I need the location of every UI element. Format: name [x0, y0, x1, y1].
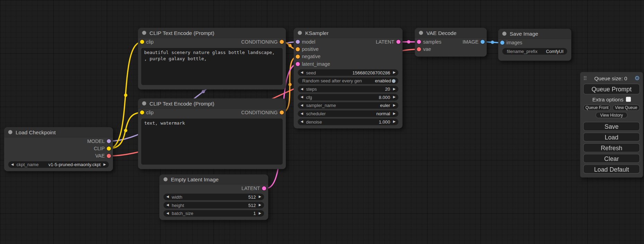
decrement-arrow-icon[interactable] — [301, 96, 303, 99]
increment-arrow-icon[interactable] — [393, 88, 395, 91]
increment-arrow-icon[interactable] — [259, 212, 261, 215]
collapse-toggle-icon[interactable] — [298, 31, 302, 35]
collapse-toggle-icon[interactable] — [502, 31, 506, 36]
negative-input-pin[interactable] — [296, 55, 300, 59]
prev-value-arrow-icon[interactable] — [301, 104, 303, 107]
drag-handle-icon[interactable] — [583, 75, 587, 82]
increment-arrow-icon[interactable] — [393, 96, 395, 99]
increment-arrow-icon[interactable] — [393, 71, 395, 74]
slot-label-vae: VAE — [95, 153, 105, 159]
collapse-toggle-icon[interactable] — [142, 101, 146, 106]
positive-prompt-textarea[interactable]: beautiful scenery nature glass bottle la… — [141, 48, 283, 85]
node-vae-decode[interactable]: VAE Decode samples IMAGE vae — [415, 28, 486, 57]
save-button[interactable]: Save — [583, 122, 640, 131]
model-input-pin[interactable] — [296, 40, 300, 44]
conditioning-output-pin[interactable] — [280, 110, 284, 115]
slot-row: negative — [294, 53, 403, 60]
next-value-arrow-icon[interactable] — [393, 104, 395, 107]
widget-label: filename_prefix — [507, 49, 546, 54]
toggle-knob-icon[interactable] — [392, 79, 396, 83]
prev-value-arrow-icon[interactable] — [301, 112, 303, 115]
seed-widget[interactable]: seed 156680208700286 — [298, 69, 398, 76]
increment-arrow-icon[interactable] — [259, 195, 261, 198]
next-value-arrow-icon[interactable] — [104, 163, 106, 166]
decrement-arrow-icon[interactable] — [166, 204, 169, 207]
clip-input-pin[interactable] — [140, 40, 144, 44]
node-save-image[interactable]: Save Image images filename_prefix ComfyU… — [498, 29, 571, 61]
batch-size-widget[interactable]: batch_size 1 — [164, 210, 264, 217]
negative-prompt-textarea[interactable]: text, watermark — [141, 119, 283, 165]
random-seed-toggle-widget[interactable]: Random seed after every gen enabled — [298, 78, 398, 84]
widget-label: Random seed after every gen — [302, 78, 375, 83]
link-midpoint-dot — [124, 129, 127, 132]
increment-arrow-icon[interactable] — [259, 204, 261, 207]
widget-label: denoise — [306, 119, 379, 124]
collapse-toggle-icon[interactable] — [142, 31, 146, 35]
image-output-pin[interactable] — [480, 40, 485, 44]
queue-actions-row: Queue Front View Queue — [583, 105, 640, 111]
filename-prefix-widget[interactable]: filename_prefix ComfyUI — [502, 48, 567, 55]
node-empty-latent-image[interactable]: Empty Latent Image LATENT width 512 heig… — [159, 174, 268, 220]
sampler-name-widget[interactable]: sampler_name euler — [298, 102, 398, 109]
node-title-bar: Empty Latent Image — [159, 174, 268, 185]
decrement-arrow-icon[interactable] — [301, 71, 303, 74]
collapse-toggle-icon[interactable] — [164, 177, 168, 181]
node-title: Empty Latent Image — [171, 176, 219, 182]
height-widget[interactable]: height 512 — [164, 202, 264, 208]
queue-menu-panel: Queue size: 0 Queue Prompt Extra options… — [580, 72, 643, 178]
slot-label-vae: vae — [423, 46, 431, 52]
view-queue-button[interactable]: View Queue — [612, 105, 640, 111]
collapse-toggle-icon[interactable] — [419, 31, 423, 35]
node-clip-text-encode-positive[interactable]: CLIP Text Encode (Prompt) clip CONDITION… — [138, 28, 286, 90]
clip-output-pin[interactable] — [107, 146, 111, 151]
model-output-pin[interactable] — [107, 139, 111, 143]
slot-label-clip: clip — [146, 110, 153, 116]
queue-front-button[interactable]: Queue Front — [583, 105, 611, 111]
node-title: CLIP Text Encode (Prompt) — [150, 30, 214, 36]
refresh-button[interactable]: Refresh — [583, 143, 640, 152]
extra-options-checkbox[interactable] — [626, 97, 631, 102]
width-widget[interactable]: width 512 — [164, 194, 264, 200]
prev-value-arrow-icon[interactable] — [11, 163, 14, 166]
vae-output-pin[interactable] — [107, 154, 111, 158]
ckpt-name-widget[interactable]: ckpt_name v1-5-pruned-emaonly.ckpt — [8, 161, 109, 168]
decrement-arrow-icon[interactable] — [301, 88, 303, 91]
decrement-arrow-icon[interactable] — [166, 195, 169, 198]
widget-value: enabled — [375, 78, 391, 83]
samples-input-pin[interactable] — [417, 40, 421, 44]
slot-label-clip: CLIP — [94, 146, 105, 152]
denoise-widget[interactable]: denoise 1.000 — [298, 119, 398, 125]
widget-value: 8.000 — [379, 95, 390, 100]
steps-widget[interactable]: steps 20 — [298, 86, 398, 92]
node-title-bar: Load Checkpoint — [4, 127, 113, 138]
positive-input-pin[interactable] — [296, 47, 300, 51]
vae-input-pin[interactable] — [417, 47, 421, 51]
queue-prompt-button[interactable]: Queue Prompt — [583, 84, 640, 94]
slot-label-latent: LATENT — [241, 186, 260, 191]
increment-arrow-icon[interactable] — [393, 120, 395, 123]
decrement-arrow-icon[interactable] — [301, 120, 303, 123]
collapse-toggle-icon[interactable] — [8, 130, 12, 134]
latent-output-pin[interactable] — [396, 40, 400, 44]
clip-input-pin[interactable] — [140, 110, 144, 115]
next-value-arrow-icon[interactable] — [393, 112, 395, 115]
decrement-arrow-icon[interactable] — [166, 212, 169, 215]
node-ksampler[interactable]: KSampler model LATENT positive negative … — [294, 28, 403, 128]
widget-value: 1 — [253, 211, 256, 216]
settings-gear-icon[interactable] — [634, 75, 640, 82]
load-button[interactable]: Load — [583, 133, 640, 142]
latent-image-input-pin[interactable] — [296, 62, 300, 66]
widget-value: ComfyUI — [546, 49, 564, 54]
scheduler-widget[interactable]: scheduler normal — [298, 110, 398, 117]
clear-button[interactable]: Clear — [583, 154, 640, 163]
images-input-pin[interactable] — [500, 40, 504, 45]
node-canvas[interactable]: Load Checkpoint MODEL CLIP VAE ckpt_name… — [0, 0, 644, 244]
conditioning-output-pin[interactable] — [280, 40, 284, 44]
latent-output-pin[interactable] — [262, 186, 266, 190]
cfg-widget[interactable]: cfg 8.000 — [298, 94, 398, 101]
node-title-bar: Save Image — [498, 29, 571, 39]
view-history-button[interactable]: View History — [596, 112, 627, 118]
node-clip-text-encode-negative[interactable]: CLIP Text Encode (Prompt) clip CONDITION… — [138, 99, 286, 169]
node-load-checkpoint[interactable]: Load Checkpoint MODEL CLIP VAE ckpt_name… — [4, 127, 113, 171]
load-default-button[interactable]: Load Default — [583, 164, 640, 173]
